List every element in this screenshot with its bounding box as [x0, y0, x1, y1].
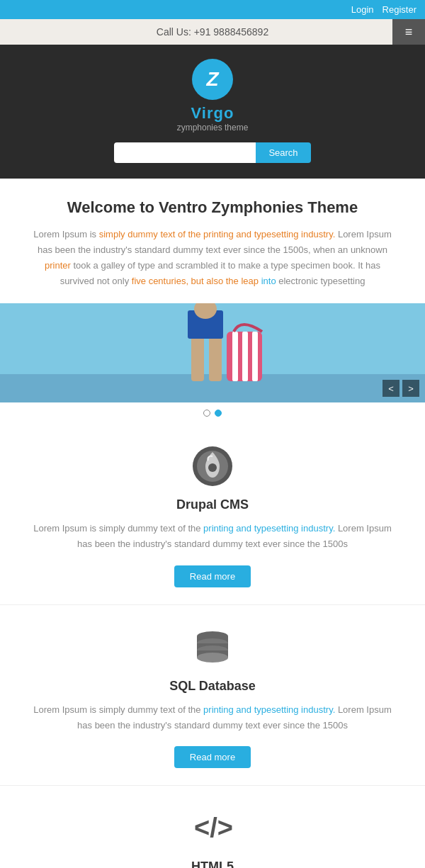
register-link[interactable]: Register: [382, 4, 416, 15]
search-bar: Search: [0, 142, 425, 163]
top-bar: Login Register: [0, 0, 425, 19]
call-text: Call Us: +91 9888456892: [157, 26, 268, 38]
slider-section: < >: [0, 303, 425, 402]
logo: Z: [192, 59, 233, 100]
welcome-paragraph: Lorem Ipsum is simply dummy text of the …: [33, 229, 392, 286]
slider-next-button[interactable]: >: [402, 380, 419, 397]
svg-text:</>: </>: [194, 813, 233, 842]
call-bar: Call Us: +91 9888456892 ≡: [0, 19, 425, 45]
drupal-title: Drupal CMS: [28, 497, 397, 512]
sql-icon: [191, 626, 234, 669]
html5-title: HTML5: [28, 859, 397, 868]
welcome-text: Lorem Ipsum is simply dummy text of the …: [28, 227, 397, 289]
logo-letter: Z: [206, 68, 218, 91]
slider-dot-1[interactable]: [203, 410, 210, 417]
sql-title: SQL Database: [28, 679, 397, 694]
drupal-icon: [191, 445, 234, 487]
feature-html5-card: </> HTML5 Lorem Ipsum is simply dummy te…: [0, 786, 425, 868]
search-input[interactable]: [114, 142, 256, 163]
welcome-title: Welcome to Ventro Zymphonies Theme: [28, 198, 397, 217]
html5-icon: </>: [191, 807, 234, 850]
slider-image: < >: [0, 303, 425, 402]
slider-prev-button[interactable]: <: [382, 380, 400, 397]
slider-nav: < >: [382, 380, 419, 397]
sql-readmore-button[interactable]: Read more: [174, 746, 251, 768]
login-link[interactable]: Login: [351, 4, 374, 15]
site-title: Virgo: [0, 104, 425, 123]
svg-rect-8: [242, 332, 248, 381]
search-button[interactable]: Search: [256, 142, 310, 163]
feature-drupal-card: Drupal CMS Lorem Ipsum is simply dummy t…: [0, 424, 425, 604]
svg-point-19: [197, 653, 228, 663]
slider-dots: [0, 402, 425, 424]
hamburger-icon: ≡: [405, 25, 413, 40]
sql-text: Lorem Ipsum is simply dummy text of the …: [28, 702, 397, 733]
welcome-section: Welcome to Ventro Zymphonies Theme Lorem…: [0, 179, 425, 303]
drupal-text: Lorem Ipsum is simply dummy text of the …: [28, 521, 397, 552]
slider-dot-2[interactable]: [215, 410, 222, 417]
feature-sql-card: SQL Database Lorem Ipsum is simply dummy…: [0, 605, 425, 786]
slider-background-svg: [0, 303, 425, 402]
svg-point-12: [208, 463, 217, 472]
site-tagline: zymphonies theme: [0, 123, 425, 133]
svg-rect-9: [252, 332, 258, 381]
svg-rect-7: [232, 332, 238, 381]
site-header: Z Virgo zymphonies theme Search: [0, 45, 425, 179]
drupal-readmore-button[interactable]: Read more: [174, 565, 251, 587]
menu-button[interactable]: ≡: [392, 19, 425, 45]
